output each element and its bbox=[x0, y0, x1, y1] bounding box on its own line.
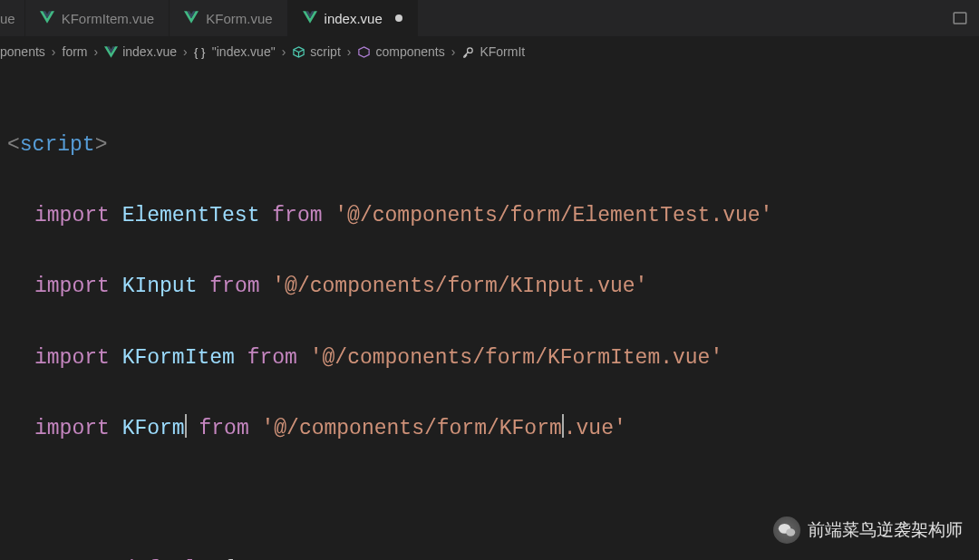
code-token: ElementTest bbox=[122, 204, 260, 227]
vue-icon bbox=[184, 11, 199, 26]
chevron-right-icon: › bbox=[279, 44, 289, 59]
module-icon bbox=[292, 45, 305, 59]
svg-rect-0 bbox=[954, 13, 966, 24]
watermark: 前端菜鸟逆袭架构师 bbox=[773, 517, 963, 544]
chevron-right-icon: › bbox=[49, 44, 59, 59]
breadcrumb-label: "index.vue" bbox=[212, 44, 276, 59]
code-editor[interactable]: <script> import ElementTest from '@/comp… bbox=[0, 67, 979, 560]
breadcrumb-label: index.vue bbox=[122, 44, 177, 59]
code-token: from bbox=[209, 275, 259, 298]
code-token: '@/components/form/ElementTest.vue' bbox=[334, 204, 772, 227]
chevron-right-icon: › bbox=[180, 44, 190, 59]
breadcrumb: ponents › form › index.vue › { } "index.… bbox=[0, 36, 979, 67]
vue-icon bbox=[303, 11, 317, 26]
method-icon bbox=[357, 45, 371, 59]
code-token: .vue' bbox=[564, 417, 626, 440]
code-token: script bbox=[20, 133, 95, 157]
chevron-right-icon: › bbox=[344, 44, 354, 59]
breadcrumb-components[interactable]: ponents bbox=[0, 44, 45, 59]
code-token: KInput bbox=[122, 275, 198, 298]
code-token: KForm bbox=[122, 417, 185, 440]
breadcrumb-components-sym[interactable]: components bbox=[357, 44, 444, 59]
code-token: KFormItem bbox=[122, 346, 235, 370]
code-token: '@/components/form/KFormItem.vue' bbox=[310, 346, 722, 370]
property-icon bbox=[461, 45, 475, 59]
breadcrumb-form[interactable]: form bbox=[63, 44, 88, 59]
tab-kform[interactable]: KForm.vue bbox=[170, 0, 287, 36]
breadcrumb-label: form bbox=[63, 44, 88, 59]
breadcrumb-file[interactable]: index.vue bbox=[104, 44, 177, 59]
breadcrumb-label: ponents bbox=[0, 44, 45, 59]
braces-icon: { } bbox=[194, 45, 208, 59]
tab-kformitem[interactable]: KFormItem.vue bbox=[25, 0, 170, 36]
breadcrumb-script[interactable]: script bbox=[292, 44, 340, 59]
svg-text:{ }: { } bbox=[194, 45, 206, 59]
code-token: > bbox=[95, 133, 108, 157]
breadcrumb-label: components bbox=[375, 44, 444, 59]
breadcrumb-symbol-file[interactable]: { } "index.vue" bbox=[194, 44, 276, 59]
code-token: from bbox=[272, 204, 322, 227]
breadcrumb-kformit[interactable]: KFormIt bbox=[461, 44, 525, 59]
code-token: from bbox=[247, 346, 297, 370]
chevron-right-icon: › bbox=[449, 44, 459, 59]
code-token: import bbox=[34, 204, 110, 227]
tab-actions[interactable] bbox=[941, 0, 979, 36]
tab-label: ue bbox=[0, 11, 15, 26]
tab-index-active[interactable]: index.vue bbox=[288, 0, 418, 36]
text-cursor bbox=[185, 414, 187, 438]
code-token: < bbox=[7, 133, 20, 157]
code-token: '@/components/form/KForm bbox=[262, 417, 562, 440]
code-token: from bbox=[199, 417, 248, 440]
code-token: '@/components/form/KInput.vue' bbox=[272, 275, 647, 298]
vue-icon bbox=[40, 11, 54, 26]
breadcrumb-label: script bbox=[310, 44, 340, 59]
breadcrumb-label: KFormIt bbox=[480, 44, 525, 59]
code-token: import bbox=[34, 346, 110, 370]
code-token: import bbox=[34, 275, 110, 298]
watermark-text: 前端菜鸟逆袭架构师 bbox=[808, 518, 963, 542]
split-editor-icon bbox=[952, 10, 968, 26]
chevron-right-icon: › bbox=[92, 44, 102, 59]
dirty-indicator-icon bbox=[395, 14, 402, 22]
tab-prev-partial[interactable]: ue bbox=[0, 0, 25, 36]
tab-label: KForm.vue bbox=[206, 11, 272, 26]
code-token: import bbox=[34, 417, 110, 440]
wechat-icon bbox=[773, 517, 800, 544]
svg-point-4 bbox=[786, 528, 795, 536]
editor-tabs: ue KFormItem.vue KForm.vue index.vue bbox=[0, 0, 979, 36]
tab-label: index.vue bbox=[325, 11, 383, 26]
tab-label: KFormItem.vue bbox=[62, 11, 155, 26]
vue-icon bbox=[104, 45, 118, 59]
